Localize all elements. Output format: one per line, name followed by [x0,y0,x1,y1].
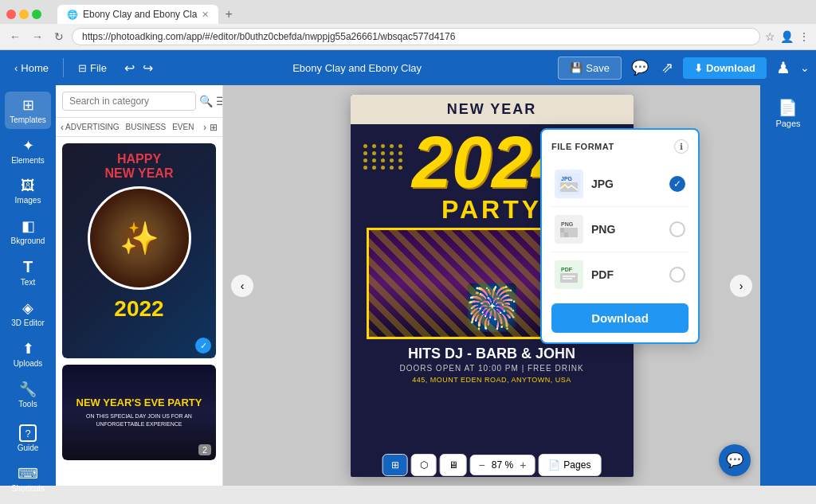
maximize-dot[interactable] [32,10,41,19]
download-header-button[interactable]: ⬇ Download [683,57,767,79]
monitor-icon: 🖥 [449,459,458,471]
category-events[interactable]: EVEN [172,121,194,133]
uploads-icon: ⬆ [22,340,34,357]
jpg-label: JPG [591,178,661,190]
document-title: Ebony Clay and Ebony Clay [163,62,551,74]
download-popup-button[interactable]: Download [551,303,688,333]
account-icon[interactable]: 👤 [780,30,794,43]
t1-happy-label: HAPPY [72,153,206,166]
canvas-next-button[interactable]: › [730,275,752,297]
sidebar: ⊞ Templates ✦ Elements 🖼 Images ◧ Bkgrou… [0,85,56,486]
t2-title-label: NEW YEAR'S EVE PARTY [76,397,202,409]
zoom-in-button[interactable]: + [518,459,528,471]
category-next-button[interactable]: › [202,122,208,133]
t1-year-label: 2022 [72,296,206,322]
canvas-area: ‹ NEW YEAR [223,85,760,486]
svg-rect-11 [560,273,578,283]
search-input[interactable] [62,92,196,111]
format-option-jpg[interactable]: JPG JPG [551,163,688,205]
sidebar-item-tools[interactable]: 🔧 Tools [5,376,51,413]
svg-rect-7 [560,228,564,232]
save-button[interactable]: 💾 Save [558,57,622,80]
new-tab-button[interactable]: + [222,7,235,21]
download-popup: FILE FORMAT ℹ JPG JPG [540,128,700,344]
zoom-out-button[interactable]: − [477,459,487,471]
popup-header: FILE FORMAT ℹ [551,139,688,154]
tab-close-btn[interactable]: ✕ [202,10,209,20]
back-button[interactable]: ← [6,29,24,45]
templates-panel: 🔍 ☰ ‹ ADVERTISING BUSINESS EVEN › ⊞ HAPP… [56,85,223,486]
sidebar-item-3d[interactable]: ◈ 3D Editor [5,295,51,332]
pages-button[interactable]: 📄 Pages [538,454,601,476]
header-divider [63,58,64,77]
sidebar-item-templates[interactable]: ⊞ Templates [5,92,51,129]
elements-icon: ✦ [22,137,34,154]
jpg-radio[interactable] [669,176,685,192]
refresh-button[interactable]: ↻ [51,29,67,45]
background-icon: ◧ [22,217,35,235]
zoom-value: 87 % [492,459,513,471]
address-input[interactable] [72,28,760,45]
category-prev-button[interactable]: ‹ [59,122,65,133]
svg-text:PDF: PDF [561,267,573,272]
canvas-new-year-label: NEW YEAR [363,101,621,118]
save-icon: 💾 [570,62,583,74]
sidebar-item-text[interactable]: T Text [5,253,51,291]
chat-button[interactable]: 💬 [719,444,751,476]
grid-view-button[interactable]: ⊞ [382,454,408,476]
address-icons: ☆ 👤 ⋮ [765,30,810,43]
canvas-prev-button[interactable]: ‹ [231,275,253,297]
pdf-radio[interactable] [669,267,685,283]
category-list: ADVERTISING BUSINESS EVEN [65,121,202,133]
jpg-icon: JPG [555,170,583,198]
sidebar-item-uploads[interactable]: ⬆ Uploads [5,335,51,373]
page-icon: 📄 [548,459,560,471]
list-view-button[interactable]: ☰ [216,95,223,107]
zoom-controls: − 87 % + [470,455,536,475]
search-button[interactable]: 🔍 [199,95,213,107]
sidebar-item-background[interactable]: ◧ Bkground [5,213,51,250]
png-label: PNG [591,223,661,236]
browser-tab[interactable]: 🌐 Ebony Clay and Ebony Cla ✕ [57,5,218,24]
browser-chrome: 🌐 Ebony Clay and Ebony Cla ✕ + ← → ↻ ☆ 👤… [0,0,816,50]
info-button[interactable]: ℹ [674,139,688,154]
comment-button[interactable]: 💬 [628,56,652,80]
chess-icon[interactable]: ♟ [773,55,794,80]
format-divider-2 [551,252,688,252]
template-card-1[interactable]: HAPPY NEW YEAR ✨ 2022 ✓ [62,143,216,358]
sidebar-item-images[interactable]: 🖼 Images [5,173,51,209]
sidebar-item-elements[interactable]: ✦ Elements [5,132,51,170]
forward-button[interactable]: → [29,29,46,45]
address-bar: ← → ↻ ☆ 👤 ⋮ [0,24,816,49]
png-radio[interactable] [669,221,685,237]
monitor-button[interactable]: 🖥 [440,454,467,476]
undo-button[interactable]: ↩ [121,59,138,77]
format-option-pdf[interactable]: PDF PDF [551,254,688,295]
sidebar-item-guide[interactable]: ? Guide [5,420,51,457]
t1-sparkler-image: ✨ [88,186,191,290]
home-button[interactable]: ‹ Home [6,57,57,79]
format-option-png[interactable]: PNG PNG [551,209,688,250]
shortcuts-icon: ⌨ [18,465,38,483]
header-actions: 💾 Save 💬 ⇗ ⬇ Download ♟ ⌄ [558,55,810,80]
shape-tool-button[interactable]: ⬡ [411,454,437,476]
sidebar-item-shortcuts[interactable]: ⌨ Shortcuts [5,460,51,498]
chevron-down-icon[interactable]: ⌄ [800,61,810,74]
svg-rect-8 [564,232,568,237]
menu-icon[interactable]: ⋮ [798,30,810,43]
file-menu[interactable]: ⊟ File [70,57,115,79]
pdf-label: PDF [591,268,661,281]
redo-button[interactable]: ↪ [139,59,156,77]
category-business[interactable]: BUSINESS [126,121,167,133]
t2-sub-label: ON THIS SPECIAL DAY JOIN US FOR AN UNFOR… [86,412,192,428]
category-expand-button[interactable]: ⊞ [208,122,219,133]
bookmark-icon[interactable]: ☆ [765,30,775,43]
category-advertising[interactable]: ADVERTISING [65,121,120,133]
minimize-dot[interactable] [19,10,29,19]
tab-favicon: 🌐 [67,10,78,20]
share-button[interactable]: ⇗ [658,56,677,80]
canvas-dots-left [363,144,404,170]
close-dot[interactable] [6,10,16,19]
template-card-2[interactable]: NEW YEAR'S EVE PARTY ON THIS SPECIAL DAY… [62,365,216,460]
pages-panel-button[interactable]: 📄 Pages [772,95,803,131]
